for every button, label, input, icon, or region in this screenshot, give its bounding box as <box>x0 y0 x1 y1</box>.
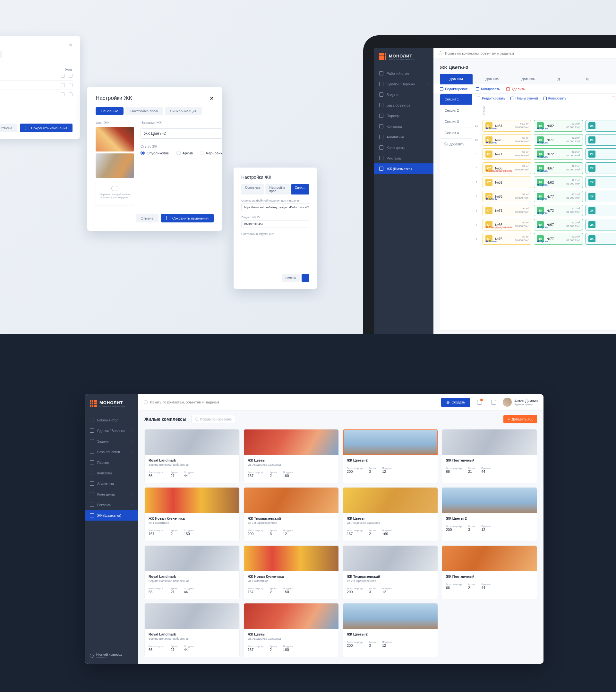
status-published[interactable]: Опубликован <box>140 151 169 155</box>
sidebar-item-db-icon[interactable]: База объектов› <box>85 447 138 457</box>
edit-icon[interactable] <box>61 83 65 87</box>
search-input[interactable] <box>150 400 437 404</box>
apartment-cell[interactable]: СТ №71 52 м²80 000 Р/м² <box>483 148 531 160</box>
house-tab[interactable]: Дом №6 <box>512 74 545 84</box>
sidebar-item-ads-icon[interactable]: Реклама› <box>85 499 138 510</box>
apartment-cell[interactable]: СТ №76 52 м²80 000 Р/м² Бронь <box>483 134 531 146</box>
apartment-cell[interactable]: 1К №72 42,2 м²81 000 Р/м² Бронь <box>534 205 582 216</box>
house-tab[interactable]: Д… <box>548 74 573 84</box>
complex-card[interactable]: ЖК Тимирязевский Ул 2-я Оранжерейная Все… <box>243 487 339 541</box>
apartment-cell[interactable]: 1К №77 42,2 м²81 000 Р/м² Бронь <box>534 191 582 202</box>
section-item[interactable]: Секция 2 <box>440 105 472 116</box>
delete-icon[interactable] <box>69 83 72 87</box>
plans-button[interactable]: Планы этажей <box>510 96 538 100</box>
apartment-cell[interactable]: СТ №81 61,3 м²80 000 Р/м² Бронь <box>483 120 531 132</box>
delete-icon[interactable] <box>69 92 72 96</box>
save-button[interactable]: Сохранить изменения <box>161 214 214 222</box>
search-input[interactable] <box>445 51 616 55</box>
apartment-cell[interactable]: 1К №72 42,2 м²81 000 Р/м² Бронь <box>534 148 582 160</box>
add-section-button[interactable]: +Добавить <box>440 139 472 150</box>
link-input[interactable]: https://www.auto.ru/kstroy_novgorod/edu/… <box>241 203 309 211</box>
sidebar-item-analytics-icon[interactable]: Аналитика <box>85 478 138 489</box>
apartment-cell[interactable]: 2К <box>586 191 616 202</box>
sidebar-item-callcenter-icon[interactable]: Колл-центр› <box>85 489 138 499</box>
apartment-cell[interactable]: 1К №77 42,2 м²81 000 Р/м² Бронь <box>534 134 582 146</box>
sidebar-item-parser-icon[interactable]: Парсер <box>374 110 434 121</box>
tab-main[interactable]: Основные <box>95 107 124 115</box>
close-icon[interactable]: ✕ <box>69 42 72 47</box>
edit-button[interactable]: Редактировать <box>477 96 505 100</box>
settings-button[interactable] <box>489 397 498 407</box>
sidebar-item-contacts-icon[interactable]: Контакты <box>374 121 434 132</box>
complex-card[interactable]: Royal Landmark Верхне-Волжская набережна… <box>145 545 240 600</box>
apartment-cell[interactable]: 1К №67 42,2 м²81 000 Р/м² Бронь <box>534 219 582 231</box>
sidebar-item-tasks-icon[interactable]: Задачи› <box>374 89 434 100</box>
house-tab[interactable]: Дом №5 <box>476 74 508 84</box>
copy-button[interactable]: Копировать <box>543 96 567 100</box>
apartment-cell[interactable]: 1К №77 42,2 м²81 000 Р/м² Бронь <box>534 233 582 244</box>
filter-search[interactable]: Искать по названию <box>192 415 235 423</box>
sidebar-item-parser-icon[interactable]: Парсер <box>85 457 138 468</box>
status-draft[interactable]: Черновик <box>200 151 222 155</box>
complex-card[interactable]: ЖК Цветы ул. Академика Сахарова Всего кв… <box>343 487 438 541</box>
section-item[interactable]: Секция 1 <box>440 94 472 105</box>
photo-thumb[interactable] <box>95 127 134 151</box>
sidebar-item-dashboard-icon[interactable]: Рабочий стол <box>374 68 434 79</box>
sidebar-item-deals-icon[interactable]: Сделки / Воронки› <box>85 425 138 436</box>
apartment-cell[interactable]: СТ №76 52 м²80 000 Р/м² Бронь <box>483 233 531 244</box>
copy-button[interactable]: Копировать <box>476 87 500 91</box>
apartment-cell[interactable]: 2К <box>586 233 616 244</box>
complex-card[interactable]: ЖК Новая Кузнечиха ул. Романтиков Всего … <box>145 487 240 541</box>
notifications-button[interactable] <box>475 397 484 407</box>
complex-card[interactable]: ЖК Цветы-2 Всего квартир200 Бронь3 Прода… <box>343 603 438 657</box>
sidebar-item-deals-icon[interactable]: Сделки / Воронки› <box>374 79 434 89</box>
apartment-cell[interactable]: СТ №76 52 м²80 000 Р/м² Бронь <box>483 191 531 202</box>
apartment-cell[interactable]: 2К <box>586 163 616 174</box>
complex-card[interactable]: ЖК Плотничный Всего квартир66 Бронь21 Пр… <box>442 429 537 483</box>
sidebar-item-dashboard-icon[interactable]: Рабочий стол <box>85 415 138 425</box>
apartment-cell[interactable]: СТ №66 52 м²80 000 Р/м² Спецпредложение <box>483 163 531 174</box>
complex-card[interactable]: ЖК Новая Кузнечиха ул. Романтиков Всего … <box>243 545 339 600</box>
cancel-button[interactable]: Отмена <box>282 274 300 282</box>
sidebar-item-analytics-icon[interactable]: Аналитика <box>374 132 434 142</box>
complex-card[interactable]: ЖК Плотничный Всего квартир66 Бронь21 Пр… <box>442 545 537 600</box>
edit-icon[interactable] <box>61 74 65 78</box>
close-icon[interactable]: ✕ <box>210 95 214 102</box>
sidebar-item-ads-icon[interactable]: Реклама› <box>374 153 434 164</box>
user-menu[interactable]: Антон ДимчинАдминистратор <box>503 398 538 407</box>
apartment-cell[interactable]: 1К №67 42,2 м²81 000 Р/м² Бронь <box>534 163 582 174</box>
sidebar-item-chess-icon[interactable]: ЖК (Шахматка) <box>374 164 434 174</box>
create-button[interactable]: ⊕Создать <box>441 398 470 407</box>
tab-rights[interactable]: Настройка прав <box>265 184 289 195</box>
complex-card[interactable]: ЖК Цветы-2 Всего квартир200 Бронь3 Прода… <box>343 429 438 483</box>
add-complex-button[interactable]: +Добавить ЖК <box>503 415 537 423</box>
cancel-button[interactable]: Отмена <box>0 124 17 132</box>
edit-button[interactable]: Редактировать <box>440 87 469 91</box>
tab-rights[interactable]: Настройка прав <box>126 107 163 115</box>
tab-sync[interactable]: Синхронизация <box>0 51 2 58</box>
apartment-cell[interactable]: 2К <box>586 120 616 132</box>
name-input[interactable] <box>140 128 222 139</box>
tab-sync[interactable]: Синх… <box>291 184 309 195</box>
sidebar-item-tasks-icon[interactable]: Задачи› <box>85 436 138 447</box>
apartment-cell[interactable]: 2К <box>586 134 616 146</box>
apartment-cell[interactable]: 2К <box>586 148 616 160</box>
yid-input[interactable]: BNX901X0457 <box>241 220 309 228</box>
tab-sync[interactable]: Синхронизация <box>165 107 202 115</box>
complex-card[interactable]: ЖК Цветы ул. Академика Сахарова Всего кв… <box>243 603 339 657</box>
apartment-cell[interactable]: 2К <box>586 176 616 188</box>
photo-thumb[interactable] <box>95 153 134 178</box>
apartment-cell[interactable]: СТ №66 52 м²80 000 Р/м² Спецпредложение <box>483 219 531 231</box>
sidebar-item-contacts-icon[interactable]: Контакты <box>85 468 138 478</box>
delete-icon[interactable] <box>69 74 72 78</box>
save-button[interactable]: Сохранить изменения <box>20 124 72 132</box>
apartment-cell[interactable]: 2К <box>586 219 616 231</box>
apartment-cell[interactable]: 1К №82 52,3 м²83 000 Р/м² Бронь <box>534 120 582 132</box>
city-selector[interactable]: Нижний новгородИзменить <box>85 648 138 664</box>
add-house-tab[interactable]: ⊕ <box>576 74 598 84</box>
apartment-cell[interactable]: 2К <box>586 205 616 216</box>
sidebar-item-chess-icon[interactable]: ЖК (Шахматка) <box>85 510 138 521</box>
apartment-cell[interactable]: СТ №71 52 м²80 000 Р/м² <box>483 205 531 216</box>
delete-button[interactable]: Удалить <box>612 96 616 100</box>
apartment-cell[interactable]: СТ №61 <box>483 176 531 188</box>
